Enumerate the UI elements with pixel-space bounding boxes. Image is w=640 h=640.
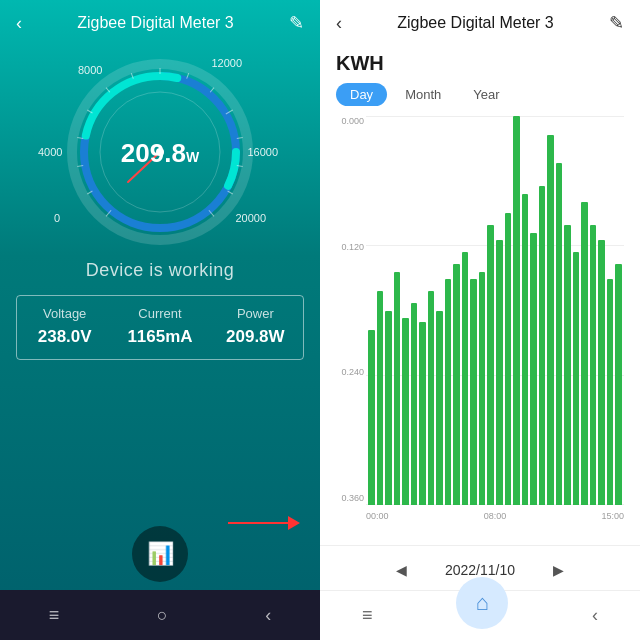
left-title: Zigbee Digital Meter 3 <box>77 14 234 32</box>
bar-26 <box>590 225 597 505</box>
bar-27 <box>598 240 605 505</box>
y-label-1: 0.120 <box>336 242 364 252</box>
bar-5 <box>411 303 418 505</box>
bar-9 <box>445 279 452 505</box>
gauge-label-8000: 8000 <box>78 64 102 76</box>
left-back-button[interactable]: ‹ <box>16 13 22 34</box>
kwh-title: KWH <box>336 52 624 75</box>
bar-15 <box>496 240 503 505</box>
bar-12 <box>470 279 477 505</box>
chart-area: 0.360 0.240 0.120 0.000 00:00 08:00 15:0… <box>336 116 624 535</box>
bar-8 <box>436 311 443 506</box>
date-prev-button[interactable]: ◀ <box>388 558 415 582</box>
right-back-button[interactable]: ‹ <box>336 13 342 34</box>
y-label-2: 0.240 <box>336 367 364 377</box>
left-header: ‹ Zigbee Digital Meter 3 ✎ <box>0 0 320 42</box>
bar-23 <box>564 225 571 505</box>
right-edit-button[interactable]: ✎ <box>609 12 624 34</box>
stat-header-voltage: Voltage <box>17 306 112 321</box>
stat-power: 209.8W <box>208 327 303 347</box>
gauge-label-12000: 12000 <box>211 57 242 69</box>
right-nav-menu[interactable]: ≡ <box>362 605 373 626</box>
left-edit-button[interactable]: ✎ <box>289 12 304 34</box>
x-axis-labels: 00:00 08:00 15:00 <box>366 507 624 535</box>
right-header: ‹ Zigbee Digital Meter 3 ✎ <box>320 0 640 42</box>
stats-values: 238.0V 1165mA 209.8W <box>17 327 303 347</box>
right-title: Zigbee Digital Meter 3 <box>397 14 554 32</box>
date-display: 2022/11/10 <box>445 562 515 578</box>
bar-4 <box>402 318 409 505</box>
tabs-container: Day Month Year <box>336 83 624 106</box>
home-button[interactable]: ⌂ <box>456 577 508 629</box>
x-label-0: 00:00 <box>366 511 389 521</box>
bar-19 <box>530 233 537 505</box>
chart-circle-button[interactable]: 📊 <box>132 526 188 582</box>
bar-20 <box>539 186 546 505</box>
y-label-0: 0.000 <box>336 116 364 126</box>
tab-year[interactable]: Year <box>459 83 513 106</box>
x-label-1: 08:00 <box>484 511 507 521</box>
bar-7 <box>428 291 435 505</box>
gauge-label-0: 0 <box>54 212 60 224</box>
bar-25 <box>581 202 588 505</box>
bars-container <box>366 116 624 505</box>
device-status: Device is working <box>86 260 235 281</box>
tab-month[interactable]: Month <box>391 83 455 106</box>
bar-14 <box>487 225 494 505</box>
bar-16 <box>505 213 512 505</box>
bar-6 <box>419 322 426 505</box>
tab-day[interactable]: Day <box>336 83 387 106</box>
x-label-2: 15:00 <box>601 511 624 521</box>
gauge-value: 209.8W <box>121 138 199 168</box>
bar-0 <box>368 330 375 505</box>
bar-10 <box>453 264 460 505</box>
left-bottom-nav: ≡ ○ ‹ <box>0 590 320 640</box>
gauge-center: 209.8W <box>121 138 199 169</box>
left-nav-home[interactable]: ○ <box>157 605 168 626</box>
stats-box: Voltage Current Power 238.0V 1165mA 209.… <box>16 295 304 360</box>
y-label-3: 0.360 <box>336 493 364 503</box>
stat-header-power: Power <box>208 306 303 321</box>
left-panel: ‹ Zigbee Digital Meter 3 ✎ 0 4000 8000 1… <box>0 0 320 640</box>
left-nav-back[interactable]: ‹ <box>265 605 271 626</box>
bar-3 <box>394 272 401 505</box>
home-icon: ⌂ <box>476 590 489 616</box>
gauge-label-16000: 16000 <box>247 146 278 158</box>
bar-21 <box>547 135 554 505</box>
gauge-label-20000: 20000 <box>235 212 266 224</box>
stat-current: 1165mA <box>112 327 207 347</box>
bar-11 <box>462 252 469 505</box>
bar-13 <box>479 272 486 505</box>
stat-header-current: Current <box>112 306 207 321</box>
right-bottom-nav: ≡ ⌂ ‹ <box>320 590 640 640</box>
bar-1 <box>377 291 384 505</box>
bar-24 <box>573 252 580 505</box>
right-nav-back[interactable]: ‹ <box>592 605 598 626</box>
right-arrow <box>228 516 300 530</box>
left-nav-menu[interactable]: ≡ <box>49 605 60 626</box>
stats-headers: Voltage Current Power <box>17 306 303 321</box>
bar-22 <box>556 163 563 505</box>
stat-voltage: 238.0V <box>17 327 112 347</box>
y-axis-labels: 0.360 0.240 0.120 0.000 <box>336 116 364 505</box>
bar-28 <box>607 279 614 505</box>
gauge-label-4000: 4000 <box>38 146 62 158</box>
bar-18 <box>522 194 529 505</box>
bar-29 <box>615 264 622 505</box>
bar-2 <box>385 311 392 506</box>
right-content: KWH Day Month Year 0.360 0.240 0.120 0.0… <box>320 42 640 545</box>
bar-17 <box>513 116 520 505</box>
bar-chart-icon: 📊 <box>147 541 174 567</box>
chart-btn-area: 📊 <box>0 526 320 590</box>
gauge-container: 0 4000 8000 12000 16000 20000 <box>60 52 260 252</box>
date-next-button[interactable]: ▶ <box>545 558 572 582</box>
right-panel: ‹ Zigbee Digital Meter 3 ✎ KWH Day Month… <box>320 0 640 640</box>
